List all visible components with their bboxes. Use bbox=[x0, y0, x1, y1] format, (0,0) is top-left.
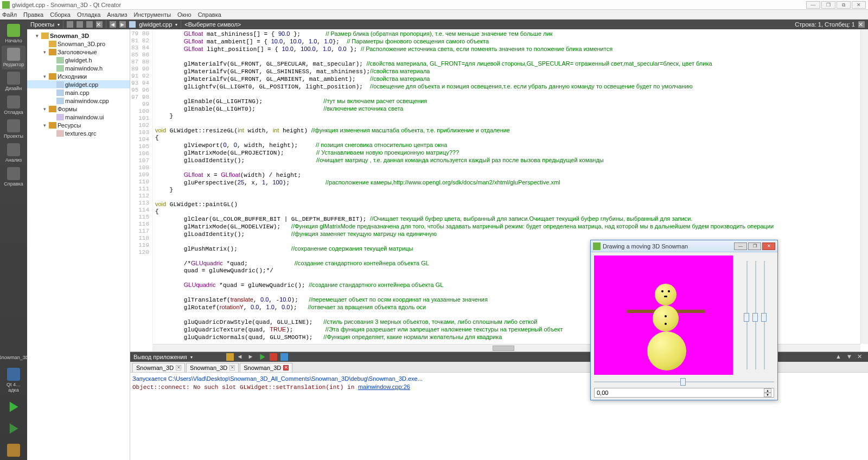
scroll-down-icon[interactable]: ▼ bbox=[846, 353, 854, 361]
open-file-selector[interactable]: glwidget.cpp bbox=[139, 21, 172, 28]
cursor-position: Строка: 1, Столбец: 1 bbox=[795, 21, 855, 28]
settings-icon[interactable] bbox=[226, 353, 234, 361]
spin-value: 0,00 bbox=[597, 389, 764, 396]
restore-button[interactable]: ⧉ bbox=[837, 1, 851, 9]
mode-начало[interactable]: Начало bbox=[2, 22, 25, 46]
file-mainwindow.ui[interactable]: mainwindow.ui bbox=[27, 113, 130, 121]
symbol-selector[interactable]: <Выберите символ> bbox=[184, 21, 241, 28]
menu-help[interactable]: Справка bbox=[198, 11, 221, 18]
close-tab-icon[interactable]: ✕ bbox=[229, 365, 235, 370]
app-minimize-button[interactable]: — bbox=[734, 242, 747, 250]
app-maximize-button[interactable]: ❐ bbox=[748, 242, 761, 250]
output-title[interactable]: Вывод приложения bbox=[133, 354, 187, 360]
mode-редактор[interactable]: Редактор bbox=[2, 46, 25, 69]
mode-справка[interactable]: Справка bbox=[2, 165, 25, 189]
stop-icon[interactable] bbox=[270, 353, 277, 361]
window-title: glwidget.cpp - Snowman_3D - Qt Creator bbox=[12, 2, 806, 8]
headers-folder[interactable]: ▾Заголовочные bbox=[27, 48, 130, 56]
mode-проекты[interactable]: Проекты bbox=[2, 117, 25, 141]
kit-project-label[interactable]: Snowman_3D bbox=[0, 353, 29, 362]
menu-bar: Файл Правка Сборка Отладка Анализ Инстру… bbox=[0, 10, 868, 20]
output-link[interactable]: mainwindow.cpp:26 bbox=[358, 384, 410, 390]
filter-icon[interactable] bbox=[67, 21, 73, 28]
file-glwidget.h[interactable]: glwidget.h bbox=[27, 56, 130, 64]
re-run-icon[interactable] bbox=[259, 353, 266, 361]
run-button[interactable] bbox=[2, 398, 25, 417]
back-icon[interactable]: ◄ bbox=[110, 21, 116, 28]
close-panel-icon[interactable]: ✕ bbox=[96, 21, 103, 28]
file-mainwindow.cpp[interactable]: mainwindow.cpp bbox=[27, 97, 130, 105]
resources-folder[interactable]: ▾Ресурсы bbox=[27, 121, 130, 129]
prev-icon[interactable]: ◄ bbox=[237, 353, 245, 361]
spin-box[interactable]: 0,00 ▲▼ bbox=[594, 388, 774, 398]
menu-tools[interactable]: Инструменты bbox=[134, 11, 171, 18]
mode-анализ[interactable]: Анализ bbox=[2, 141, 25, 165]
minimize-button[interactable]: — bbox=[806, 1, 820, 9]
menu-build[interactable]: Сборка bbox=[50, 11, 71, 18]
maximize-button[interactable]: ❐ bbox=[821, 1, 835, 9]
close-tab-icon[interactable]: ✕ bbox=[176, 365, 181, 370]
app-icon bbox=[2, 1, 10, 9]
kit-selector[interactable]: Qt 4…адка bbox=[2, 366, 25, 395]
navigation-toolbar: Проекты ▾ ✕ ◄ ► glwidget.cpp ▾ <Выберите… bbox=[27, 20, 868, 29]
mode-дизайн[interactable]: Дизайн bbox=[2, 69, 25, 93]
menu-edit[interactable]: Правка bbox=[23, 11, 43, 18]
close-tab-icon[interactable]: ✕ bbox=[283, 365, 289, 370]
menu-analyze[interactable]: Анализ bbox=[107, 11, 127, 18]
build-button[interactable] bbox=[2, 442, 25, 460]
app-close-button[interactable]: ✕ bbox=[762, 242, 775, 250]
app-title-bar[interactable]: Drawing a moving 3D Snowman — ❐ ✕ bbox=[591, 240, 777, 252]
file-main.cpp[interactable]: main.cpp bbox=[27, 88, 130, 97]
output-tab-1[interactable]: Snowman_3D✕ bbox=[186, 363, 239, 372]
file-glwidget.cpp[interactable]: glwidget.cpp bbox=[27, 80, 130, 88]
split-icon[interactable] bbox=[86, 21, 93, 28]
mode-отладка[interactable]: Отладка bbox=[2, 93, 25, 117]
mode-rail: НачалоРедакторДизайнОтладкаПроектыАнализ… bbox=[0, 20, 27, 460]
panel-selector[interactable]: Проекты bbox=[30, 21, 54, 28]
app-window-icon bbox=[593, 242, 601, 250]
close-button[interactable]: ✕ bbox=[852, 1, 866, 9]
sync-icon[interactable] bbox=[76, 21, 83, 28]
output-tab-0[interactable]: Snowman_3D✕ bbox=[132, 363, 185, 372]
spin-up[interactable]: ▲ bbox=[764, 388, 771, 393]
debug-run-button[interactable] bbox=[2, 420, 25, 438]
project-file[interactable]: Snowman_3D.pro bbox=[27, 40, 130, 48]
window-title-bar: glwidget.cpp - Snowman_3D - Qt Creator —… bbox=[0, 0, 868, 10]
opengl-canvas[interactable] bbox=[594, 255, 733, 375]
scroll-up-icon[interactable]: ▲ bbox=[835, 353, 843, 361]
file-mainwindow.h[interactable]: mainwindow.h bbox=[27, 64, 130, 72]
menu-file[interactable]: Файл bbox=[2, 11, 17, 18]
running-app-window[interactable]: Drawing a moving 3D Snowman — ❐ ✕ bbox=[590, 240, 778, 400]
close-editor-icon[interactable]: ✕ bbox=[858, 21, 865, 28]
attach-icon[interactable] bbox=[280, 353, 288, 361]
forward-icon[interactable]: ► bbox=[119, 21, 126, 28]
output-tab-2[interactable]: Snowman_3D✕ bbox=[240, 363, 292, 372]
project-root[interactable]: ▾Snowman_3D bbox=[27, 31, 130, 40]
close-output-icon[interactable]: ✕ bbox=[857, 353, 865, 361]
menu-debug[interactable]: Отладка bbox=[77, 11, 100, 18]
vertical-slider-1[interactable] bbox=[744, 261, 750, 369]
next-icon[interactable]: ► bbox=[248, 353, 256, 361]
app-window-title: Drawing a moving 3D Snowman bbox=[603, 243, 734, 250]
sources-folder[interactable]: ▾Исходники bbox=[27, 72, 130, 80]
file-type-icon bbox=[129, 21, 136, 28]
file-textures.qrc[interactable]: textures.qrc bbox=[27, 129, 130, 137]
spin-down[interactable]: ▼ bbox=[764, 393, 771, 397]
vertical-scrollbar[interactable] bbox=[860, 29, 868, 344]
menu-window[interactable]: Окно bbox=[177, 11, 192, 18]
forms-folder[interactable]: ▾Формы bbox=[27, 105, 130, 113]
horizontal-slider[interactable] bbox=[594, 378, 774, 386]
project-tree-pane: ▾Snowman_3DSnowman_3D.pro▾Заголовочныеgl… bbox=[27, 29, 130, 460]
vertical-slider-2[interactable] bbox=[752, 261, 759, 369]
vertical-slider-3[interactable] bbox=[761, 261, 768, 369]
